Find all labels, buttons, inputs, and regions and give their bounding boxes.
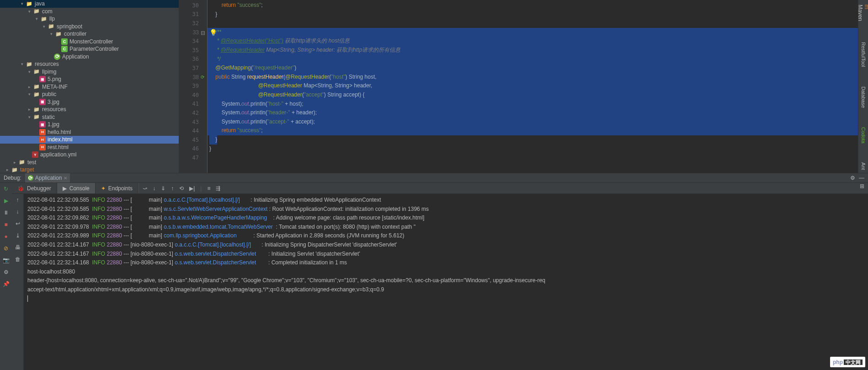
tree-target[interactable]: ▸target [0, 166, 179, 173]
close-icon[interactable]: ✕ [64, 176, 67, 181]
breakpoint-icon[interactable]: ● [2, 232, 10, 241]
tree-resources[interactable]: ▾resources [0, 60, 179, 68]
tree-springboot[interactable]: ▾springboot [0, 23, 179, 31]
tree-label: test [27, 159, 36, 166]
print-icon[interactable]: 🖶 [14, 243, 22, 252]
scroll-end-icon[interactable]: ⤓ [14, 231, 22, 240]
code-text: ; [261, 127, 262, 134]
log-line: 2022-08-01 22:32:14.167 INFO 22880 --- [… [27, 241, 864, 250]
tree-label: llp [49, 16, 55, 22]
minimize-icon[interactable]: — [859, 175, 864, 181]
tree-5png[interactable]: 5.png [0, 75, 179, 83]
fold-icon[interactable]: ⊟ [201, 30, 206, 35]
tree-com[interactable]: ▾com [0, 8, 179, 16]
line-number: 47 [179, 153, 207, 162]
pin-icon[interactable]: 📌 [2, 280, 10, 288]
console-output[interactable]: 2022-08-01 22:32:09.585 INFO 22880 --- [… [24, 194, 868, 370]
code-text: } [215, 11, 217, 17]
tree-static[interactable]: ▾static [0, 113, 179, 121]
tree-java[interactable]: ▾java [0, 0, 179, 8]
settings-icon[interactable]: ⚙ [2, 268, 10, 276]
down-icon[interactable]: ↓ [14, 208, 22, 216]
code-body[interactable]: 💡 return "success"; } /** * @RequestHead… [208, 0, 858, 173]
code-editor[interactable]: 30 31 32 33⊟ 34 35 36 37 38⟳ 39 40 41 42… [179, 0, 858, 173]
mute-breakpoints-icon[interactable]: ⊘ [2, 244, 10, 252]
gear-icon[interactable]: ⚙ [850, 175, 855, 181]
html-icon [39, 136, 46, 143]
tree-metainf[interactable]: ▸META-INF [0, 83, 179, 91]
stdout-line: header-{host=localhost:8080, connection=… [27, 276, 864, 285]
clear-icon[interactable]: 🗑 [14, 255, 22, 263]
evaluate-icon[interactable]: ≡ [207, 185, 210, 192]
image-icon [39, 121, 46, 128]
tree-label: target [20, 166, 34, 173]
chevron-down-icon: ▾ [34, 16, 39, 21]
tree-label: springboot [57, 23, 82, 30]
codota-tool[interactable]: Codota [860, 124, 867, 146]
drop-frame-icon[interactable]: ⟲ [179, 185, 184, 192]
restful-tool[interactable]: RestfulTool [860, 39, 867, 70]
trace-icon[interactable]: ⇶ [216, 185, 220, 192]
tab-debugger[interactable]: 🐞Debugger [12, 183, 57, 193]
camera-icon[interactable]: 📷 [2, 256, 10, 264]
step-out-icon[interactable]: ↑ [171, 185, 174, 192]
line-number: 41 [179, 100, 207, 109]
step-into-icon[interactable]: ↓ [153, 185, 155, 192]
tab-console[interactable]: ▶Console [57, 183, 96, 193]
step-over-icon[interactable]: ⤻ [143, 185, 147, 192]
code-text: out [241, 101, 249, 107]
chevron-down-icon: ▾ [19, 61, 25, 67]
code-text: "accept" [304, 91, 324, 98]
code-text: System. [222, 109, 241, 116]
tree-public[interactable]: ▾public [0, 91, 179, 98]
tree-resources2[interactable]: ▸resources [0, 106, 179, 113]
bulb-icon[interactable]: 💡 [209, 28, 217, 38]
tree-llpimg[interactable]: ▾llpimg [0, 68, 179, 76]
tree-application[interactable]: Application [0, 53, 179, 61]
chevron-down-icon: ▾ [27, 91, 32, 97]
folder-icon [48, 23, 55, 30]
stop-icon[interactable]: ■ [2, 220, 10, 229]
tree-3jpg[interactable]: 3.jpg [0, 98, 179, 106]
folder-icon [40, 15, 48, 22]
tab-endpoints[interactable]: ✦Endpoints [96, 183, 138, 193]
wrap-icon[interactable]: ↩ [14, 220, 22, 228]
tree-label: index.html [48, 136, 73, 143]
run-gutter-icon[interactable]: ⟳ [201, 75, 206, 80]
line-number: 36 [179, 55, 207, 64]
tree-1jpg[interactable]: 1.jpg [0, 121, 179, 129]
up-icon[interactable]: ↑ [14, 196, 22, 204]
tree-llp[interactable]: ▾llp [0, 15, 179, 23]
tree-label: application.yml [40, 151, 76, 158]
pause-icon[interactable]: ⏸ [2, 209, 10, 217]
tree-monster[interactable]: MonsterController [0, 38, 179, 46]
rerun-icon[interactable]: ↻ [2, 185, 10, 193]
tree-index[interactable]: index.html [0, 136, 179, 144]
tree-controller[interactable]: ▾controller [0, 30, 179, 38]
line-number: 35 [179, 46, 207, 55]
layout-icon[interactable]: ⊞ [860, 183, 864, 189]
folder-icon [18, 159, 26, 166]
tree-rest[interactable]: rest.html [0, 144, 179, 151]
resume-icon[interactable]: ▶ [2, 197, 10, 205]
run-to-cursor-icon[interactable]: ▶| [189, 185, 195, 192]
line-number: 32 [179, 19, 207, 28]
tree-hello[interactable]: hello.html [0, 129, 179, 136]
ant-tool[interactable]: Ant [860, 160, 867, 173]
force-step-icon[interactable]: ⇓ [161, 185, 165, 192]
tree-parameter[interactable]: ParameterController [0, 45, 179, 53]
folder-icon [33, 68, 40, 75]
tree-test[interactable]: ▸test [0, 159, 179, 166]
gutter: 30 31 32 33⊟ 34 35 36 37 38⟳ 39 40 41 42… [179, 0, 208, 173]
log-line: 2022-08-01 22:32:09.585 INFO 22880 --- [… [27, 196, 864, 205]
yml-icon [32, 151, 38, 158]
project-tree[interactable]: ▾java ▾com ▾llp ▾springboot ▾controller … [0, 0, 179, 173]
code-text: .println( [249, 101, 267, 107]
tree-appyml[interactable]: application.yml [0, 151, 179, 159]
database-tool[interactable]: Database [860, 84, 867, 111]
line-number: 44 [179, 126, 207, 135]
code-text: "accept-" [267, 118, 289, 125]
class-icon [61, 46, 68, 52]
debug-tab[interactable]: Application ✕ [25, 173, 70, 182]
right-toolbar: m Maven RestfulTool Database Codota Ant [858, 0, 868, 173]
